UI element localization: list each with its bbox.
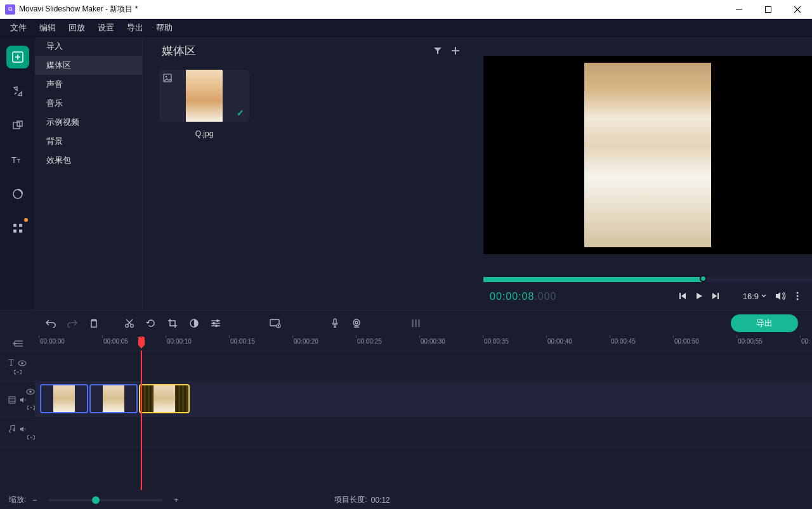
cut-button[interactable]	[119, 312, 140, 334]
eye-icon[interactable]	[26, 389, 35, 395]
clip-1[interactable]	[40, 384, 88, 413]
svg-rect-39	[334, 319, 336, 324]
svg-point-38	[278, 325, 279, 326]
svg-point-22	[797, 292, 799, 294]
subnav-media[interactable]: 媒体区	[35, 56, 142, 75]
delete-button[interactable]	[83, 312, 105, 334]
speaker-icon[interactable]	[20, 397, 27, 403]
svg-rect-43	[415, 319, 417, 327]
menu-edit[interactable]: 编辑	[33, 20, 62, 36]
clip-3-selected[interactable]	[139, 384, 190, 413]
menu-playback[interactable]: 回放	[62, 20, 91, 36]
scrub-fill	[483, 277, 703, 282]
more-options-button[interactable]	[789, 288, 806, 304]
audio-track-body[interactable]	[35, 417, 812, 447]
svg-rect-7	[13, 122, 20, 129]
svg-point-35	[215, 325, 218, 327]
audio-track-head	[0, 417, 35, 447]
svg-rect-1	[766, 6, 771, 12]
grid-view-button[interactable]	[405, 312, 427, 334]
timeline: 00:00:00 00:00:05 00:00:10 00:00:15 00:0…	[0, 335, 812, 490]
media-header: 媒体区	[143, 37, 483, 65]
preview-controls: 00:00:08.000 16:9	[483, 282, 812, 310]
eye-icon[interactable]	[18, 360, 27, 366]
svg-point-24	[797, 299, 799, 300]
preview-viewport[interactable]	[483, 56, 812, 254]
media-item[interactable]: ✓ Q.jpg	[159, 70, 249, 138]
color-button[interactable]	[183, 312, 205, 334]
zoom-thumb[interactable]	[92, 496, 100, 504]
subnav-background[interactable]: 背景	[35, 132, 142, 151]
crop-button[interactable]	[162, 312, 183, 334]
menu-help[interactable]: 帮助	[150, 20, 179, 36]
link-icon[interactable]	[27, 435, 35, 440]
export-button[interactable]: 导出	[731, 314, 798, 332]
media-panel: 媒体区 ✓ Q.jpg	[143, 37, 483, 310]
svg-point-19	[166, 76, 167, 78]
tool-stickers[interactable]	[6, 183, 29, 205]
redo-button[interactable]	[62, 312, 83, 334]
subnav-import[interactable]: 导入	[35, 37, 142, 56]
text-track-head: T	[0, 351, 35, 381]
svg-point-53	[29, 390, 32, 393]
main-area: TT 导入 媒体区 声音 音乐 示例视频 背景 效果包 媒体区 ✓ Q	[0, 37, 812, 310]
maximize-button[interactable]	[754, 0, 783, 19]
svg-rect-15	[19, 229, 22, 233]
undo-button[interactable]	[40, 312, 62, 334]
preview-scrubber[interactable]	[483, 277, 812, 282]
webcam-button[interactable]	[346, 312, 367, 334]
svg-point-51	[21, 362, 23, 364]
aspect-ratio-selector[interactable]: 16:9	[743, 292, 766, 301]
tool-import[interactable]	[6, 46, 29, 68]
preview-time: 00:00:08.000	[490, 290, 556, 302]
tool-titles[interactable]: TT	[6, 148, 29, 171]
speaker-icon[interactable]	[20, 426, 27, 432]
video-track-body[interactable]	[35, 382, 812, 416]
link-icon[interactable]	[27, 405, 35, 410]
link-icon[interactable]	[14, 370, 22, 375]
menu-settings[interactable]: 设置	[91, 20, 121, 36]
text-track-body[interactable]	[35, 351, 812, 381]
clip-2[interactable]	[89, 384, 138, 413]
statusbar: 缩放: − + 项目长度: 00:12	[0, 490, 812, 509]
filter-icon[interactable]	[429, 42, 447, 60]
subnav: 导入 媒体区 声音 音乐 示例视频 背景 效果包	[35, 37, 143, 310]
volume-button[interactable]	[773, 288, 789, 304]
svg-point-41	[355, 321, 358, 324]
prev-frame-button[interactable]	[674, 288, 691, 304]
svg-rect-14	[13, 229, 16, 233]
mic-button[interactable]	[324, 312, 346, 334]
playhead[interactable]	[141, 351, 142, 490]
tool-more[interactable]	[6, 217, 29, 240]
menu-file[interactable]: 文件	[4, 20, 33, 36]
empty-track	[0, 447, 812, 490]
scrub-thumb[interactable]	[700, 275, 707, 282]
menu-export[interactable]: 导出	[121, 20, 150, 36]
rotate-button[interactable]	[140, 312, 162, 334]
preview-image	[584, 63, 711, 247]
zoom-out-button[interactable]: −	[30, 496, 39, 505]
timeline-ruler[interactable]: 00:00:00 00:00:05 00:00:10 00:00:15 00:0…	[35, 335, 812, 351]
zoom-slider[interactable]	[48, 499, 162, 501]
close-button[interactable]	[783, 0, 812, 19]
subnav-sample[interactable]: 示例视频	[35, 113, 142, 132]
minimize-button[interactable]	[724, 0, 754, 19]
tool-filters[interactable]	[6, 80, 29, 103]
media-thumb[interactable]: ✓	[159, 70, 249, 122]
project-length-label: 项目长度:	[334, 494, 367, 505]
zoom-in-button[interactable]: +	[171, 496, 181, 505]
properties-button[interactable]	[205, 312, 226, 334]
subnav-sound[interactable]: 声音	[35, 75, 142, 94]
film-icon	[8, 396, 16, 404]
subnav-music[interactable]: 音乐	[35, 94, 142, 113]
tool-transitions[interactable]	[6, 114, 29, 137]
window-title: Movavi Slideshow Maker - 新项目 *	[19, 4, 138, 15]
media-grid: ✓ Q.jpg	[143, 65, 483, 143]
timeline-toolbar: 导出	[0, 310, 812, 335]
add-track-button[interactable]	[0, 335, 35, 351]
record-screen-button[interactable]	[265, 312, 286, 334]
subnav-effects[interactable]: 效果包	[35, 151, 142, 170]
add-media-button[interactable]	[447, 42, 464, 60]
play-button[interactable]	[691, 288, 707, 304]
next-frame-button[interactable]	[707, 288, 724, 304]
